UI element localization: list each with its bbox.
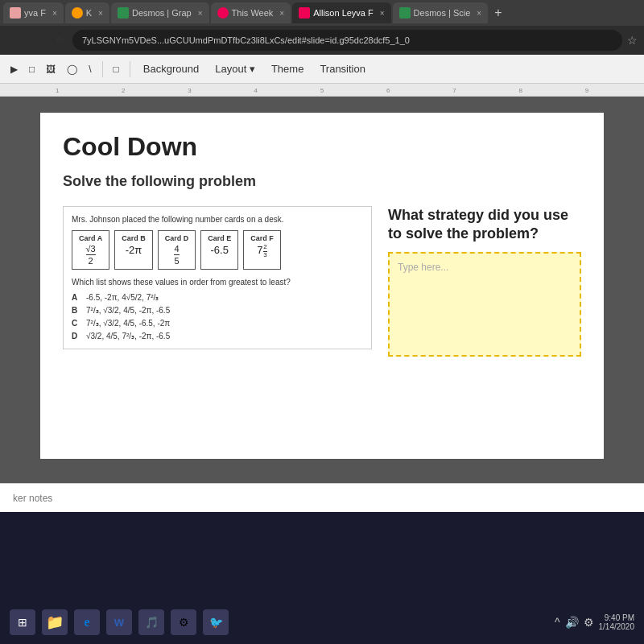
choice-b: B 7²/₃, √3/2, 4/5, -2π, -6.5 [72, 306, 363, 315]
music-icon[interactable]: 🎵 [138, 609, 164, 635]
file-explorer-icon[interactable]: 📁 [42, 609, 68, 635]
choice-d-text: √3/2, 4/5, 7²/₃, -2π, -6.5 [86, 332, 170, 341]
bookmark-icon[interactable]: ☆ [627, 34, 638, 47]
toolbar-separator-1 [102, 61, 103, 77]
browser-icon: e [84, 615, 89, 630]
choice-a: A -6.5, -2π, 4√5/2, 7²/₃ [72, 293, 363, 302]
plus-icon: □ [114, 64, 119, 75]
tab-close-3[interactable]: × [195, 9, 203, 18]
tab-label-1: yva F [24, 8, 46, 18]
layout-button[interactable]: Layout ▾ [208, 60, 262, 78]
forward-button[interactable]: → [29, 33, 47, 47]
line-icon: \ [89, 64, 91, 75]
time-text: 9:40 PM [599, 613, 635, 622]
problem-intro: Mrs. Johnson placed the following number… [72, 215, 363, 224]
tab-bar: yva F × K × Desmos | Grap × This Week × … [0, 0, 644, 26]
date-text: 1/14/2020 [599, 622, 635, 631]
insert-button[interactable]: □ [109, 62, 123, 76]
theme-button[interactable]: Theme [265, 60, 310, 78]
folder-icon: 📁 [46, 613, 64, 631]
address-bar[interactable]: 7yLSGNYm5VDeS...uGCUUmdPmDTfbCz3li8LxCs/… [72, 30, 622, 51]
add-tab-button[interactable]: + [489, 6, 506, 20]
tab-5[interactable]: Allison Leyva F × [292, 2, 390, 23]
edge-icon[interactable]: e [74, 609, 100, 635]
choice-c: C 7²/₃, √3/2, 4/5, -6.5, -2π [72, 319, 363, 328]
problem-section: Mrs. Johnson placed the following number… [63, 206, 372, 349]
choice-b-text: 7²/₃, √3/2, 4/5, -2π, -6.5 [86, 306, 170, 315]
mixed-7-2-3: 7 2 3 [257, 244, 267, 259]
tab-1[interactable]: yva F × [3, 2, 64, 23]
tab-label-3: Desmos | Grap [132, 8, 192, 18]
frame-icon: □ [29, 64, 35, 75]
card-d: Card D 4 5 [158, 230, 196, 270]
up-arrow-icon[interactable]: ^ [555, 616, 560, 629]
card-e-label: Card E [208, 234, 231, 242]
tab-label-4: This Week [232, 8, 274, 18]
toolbar-separator-2 [130, 61, 130, 77]
card-d-value: 4 5 [165, 244, 189, 266]
type-box[interactable]: Type here... [388, 252, 581, 357]
tab-favicon-5 [299, 7, 310, 19]
background-button[interactable]: Background [137, 60, 205, 78]
strategy-question: What strategy did you use to solve the p… [388, 206, 581, 244]
frame-tool-button[interactable]: □ [25, 62, 39, 76]
fraction-sqrt3-2: √3 2 [86, 244, 96, 266]
app-toolbar: ▶ □ 🖼 ◯ \ □ Background Layout ▾ Theme Tr… [0, 55, 644, 84]
shape-icon: ◯ [67, 64, 77, 75]
slide-title: Cool Down [63, 132, 581, 162]
tab-close-6[interactable]: × [473, 9, 481, 18]
tab-label-2: K [86, 8, 92, 18]
tab-2[interactable]: K × [65, 2, 109, 23]
notes-label: ker notes [13, 493, 52, 504]
settings-icon[interactable]: ⚙ [171, 609, 196, 635]
speaker-icon[interactable]: 🔊 [565, 616, 579, 629]
tab-favicon-4 [217, 7, 229, 19]
choice-d: D √3/2, 4/5, 7²/₃, -2π, -6.5 [72, 332, 363, 341]
card-e-value: -6.5 [208, 244, 231, 256]
refresh-button[interactable]: ↻ [52, 33, 68, 47]
choices: A -6.5, -2π, 4√5/2, 7²/₃ B 7²/₃, √3/2, 4… [72, 293, 363, 341]
tab-close-1[interactable]: × [49, 9, 57, 18]
tab-4[interactable]: This Week × [211, 2, 291, 23]
ruler-marks: 1 2 3 4 5 6 7 8 9 [0, 87, 644, 94]
card-f-value: 7 2 3 [250, 244, 274, 259]
layout-label: Layout [215, 63, 246, 75]
card-f: Card F 7 2 3 [243, 230, 281, 270]
line-tool-button[interactable]: \ [85, 62, 95, 76]
gear-icon: ⚙ [179, 616, 189, 629]
card-d-label: Card D [165, 234, 189, 242]
back-button[interactable]: ← [6, 33, 24, 47]
tab-close-5[interactable]: × [377, 9, 385, 18]
music-app-icon: 🎵 [145, 616, 159, 629]
slide-subtitle: Solve the following problem [63, 173, 581, 190]
tab-label-6: Desmos | Scie [414, 8, 471, 18]
image-tool-button[interactable]: 🖼 [42, 62, 60, 76]
tab-6[interactable]: Desmos | Scie × [393, 2, 489, 23]
tab-close-4[interactable]: × [276, 9, 284, 18]
card-a-value: √3 2 [79, 244, 102, 266]
network-icon[interactable]: ⚙ [584, 616, 594, 629]
word-icon[interactable]: W [106, 609, 132, 635]
tab-label-5: Allison Leyva F [313, 8, 374, 18]
cursor-icon: ▶ [10, 64, 18, 75]
tab-3[interactable]: Desmos | Grap × [111, 2, 209, 23]
tab-favicon-2 [72, 7, 83, 19]
card-b: Card B -2π [114, 230, 153, 270]
address-text: 7yLSGNYm5VDeS...uGCUUmdPmDTfbCz3li8LxCs/… [82, 35, 410, 45]
start-button[interactable]: ⊞ [10, 609, 35, 635]
card-a: Card A √3 2 [72, 230, 109, 270]
notes-area: ker notes [0, 483, 644, 512]
cursor-tool-button[interactable]: ▶ [6, 62, 22, 76]
transition-button[interactable]: Transition [313, 60, 372, 78]
tab-close-2[interactable]: × [95, 9, 103, 18]
tab-favicon-6 [399, 7, 411, 19]
browser-chrome: yva F × K × Desmos | Grap × This Week × … [0, 0, 644, 55]
card-f-label: Card F [250, 234, 274, 242]
ruler: 1 2 3 4 5 6 7 8 9 [0, 84, 644, 97]
slide-body: Mrs. Johnson placed the following number… [63, 206, 581, 357]
app-icon-7[interactable]: 🐦 [203, 609, 229, 635]
fraction-4-5: 4 5 [174, 244, 179, 266]
shape-tool-button[interactable]: ◯ [63, 62, 81, 76]
word-app-icon: W [114, 617, 124, 629]
choice-c-text: 7²/₃, √3/2, 4/5, -6.5, -2π [86, 319, 170, 328]
